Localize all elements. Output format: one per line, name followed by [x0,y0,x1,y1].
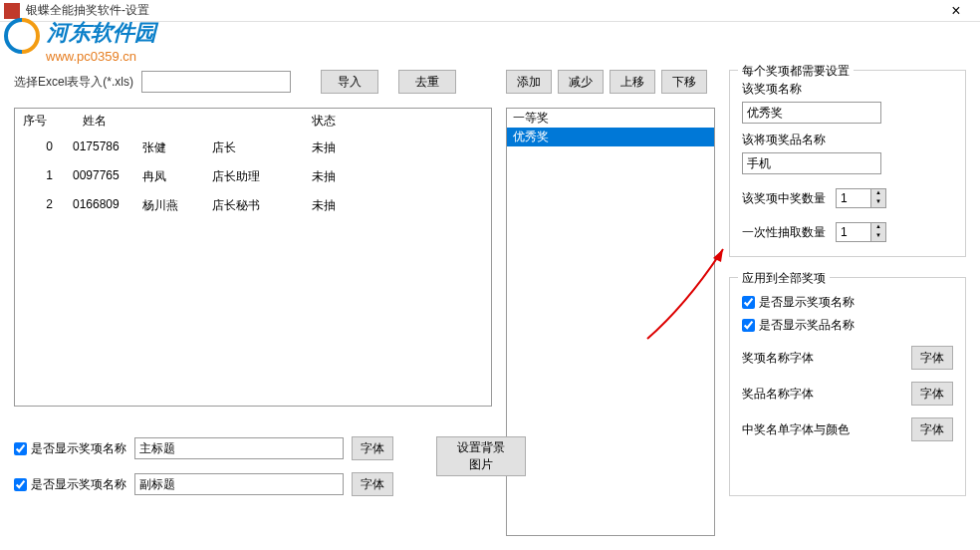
import-label: 选择Excel表导入(*.xls) [14,74,133,91]
list-item[interactable]: 优秀奖 [507,128,714,146]
import-button[interactable]: 导入 [321,70,378,94]
sub-title-font-button[interactable]: 字体 [352,472,393,496]
prize-settings-legend: 每个奖项都需要设置 [738,63,854,80]
show-prize-name-checkbox-1[interactable]: 是否显示奖项名称 [14,440,126,457]
winner-font-label: 中奖名单字体与颜色 [742,421,850,438]
global-settings-fieldset: 应用到全部奖项 是否显示奖项名称 是否显示奖品名称 奖项名称字体 字体 奖品名称… [729,277,966,496]
spinner-down-icon[interactable]: ▼ [871,198,885,207]
draw-count-spinner[interactable]: ▲ ▼ [836,222,886,242]
win-count-label: 该奖项中奖数量 [742,190,826,207]
winner-font-button[interactable]: 字体 [911,417,953,441]
prize-item-input[interactable] [742,152,881,174]
set-background-button[interactable]: 设置背景图片 [436,436,526,476]
move-up-button[interactable]: 上移 [610,70,655,94]
win-count-spinner[interactable]: ▲ ▼ [836,188,886,208]
prize-name-input[interactable] [742,102,881,124]
dedupe-button[interactable]: 去重 [398,70,456,94]
import-path-input[interactable] [141,71,291,93]
spinner-up-icon[interactable]: ▲ [871,223,885,232]
prize-font-label: 奖项名称字体 [742,350,814,367]
col-header-status: 状态 [312,113,391,130]
table-row[interactable]: 2 0166809 杨川燕 店长秘书 未抽 [15,191,491,220]
app-icon [4,3,20,19]
close-button[interactable]: × [936,0,976,22]
add-button[interactable]: 添加 [506,70,552,94]
prize-font-button[interactable]: 字体 [911,346,953,370]
participants-table: 序号 姓名 状态 0 0175786 张健 店长 未抽 1 0097765 冉凤… [14,108,492,407]
titlebar: 银蝶全能抽奖软件-设置 × [0,0,980,22]
show-prize-name-checkbox[interactable]: 是否显示奖项名称 [742,294,953,311]
table-row[interactable]: 0 0175786 张健 店长 未抽 [15,134,491,162]
global-settings-legend: 应用到全部奖项 [738,270,830,287]
spinner-down-icon[interactable]: ▼ [871,232,885,241]
table-row[interactable]: 1 0097765 冉凤 店长助理 未抽 [15,162,491,191]
spinner-up-icon[interactable]: ▲ [871,189,885,198]
item-font-label: 奖品名称字体 [742,386,814,403]
prize-item-label: 该将项奖品名称 [742,132,953,148]
move-down-button[interactable]: 下移 [661,70,707,94]
col-header-name: 姓名 [83,113,312,130]
prize-settings-fieldset: 每个奖项都需要设置 该奖项名称 该将项奖品名称 该奖项中奖数量 ▲ ▼ [729,70,966,257]
show-prize-name-checkbox-2[interactable]: 是否显示奖项名称 [14,476,126,493]
window-title: 银蝶全能抽奖软件-设置 [26,2,936,19]
main-title-font-button[interactable]: 字体 [352,436,393,460]
draw-count-label: 一次性抽取数量 [742,224,826,241]
show-item-name-checkbox[interactable]: 是否显示奖品名称 [742,317,953,334]
prize-listbox[interactable]: 一等奖 优秀奖 [506,108,715,536]
list-item[interactable]: 一等奖 [507,109,714,128]
main-title-input[interactable] [134,437,344,459]
sub-title-input[interactable] [134,473,344,495]
col-header-idx: 序号 [23,113,83,130]
item-font-button[interactable]: 字体 [911,382,953,406]
prize-name-label: 该奖项名称 [742,81,953,98]
remove-button[interactable]: 减少 [558,70,604,94]
